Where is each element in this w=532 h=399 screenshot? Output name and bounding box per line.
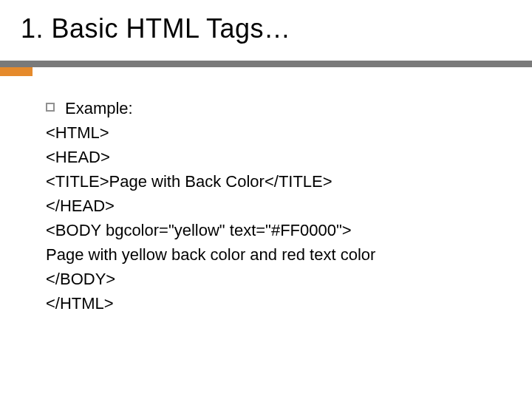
square-bullet-icon (46, 103, 55, 112)
code-line: Page with yellow back color and red text… (46, 242, 502, 267)
slide: 1. Basic HTML Tags… Example: <HTML> <HEA… (0, 0, 532, 399)
code-line: <TITLE>Page with Back Color</TITLE> (46, 169, 502, 194)
code-line: </HTML> (46, 291, 502, 316)
bullet-row: Example: (46, 96, 502, 120)
rule-accent-bar (0, 67, 33, 76)
rule-grey-bar (0, 61, 532, 67)
code-line: </BODY> (46, 267, 502, 291)
code-line: <BODY bgcolor="yellow" text="#FF0000"> (46, 218, 502, 242)
code-line: </HEAD> (46, 194, 502, 218)
slide-title: 1. Basic HTML Tags… (21, 13, 291, 44)
slide-body: Example: <HTML> <HEAD> <TITLE>Page with … (46, 96, 502, 316)
code-line: <HEAD> (46, 145, 502, 169)
bullet-label: Example: (65, 96, 133, 120)
code-line: <HTML> (46, 120, 502, 145)
